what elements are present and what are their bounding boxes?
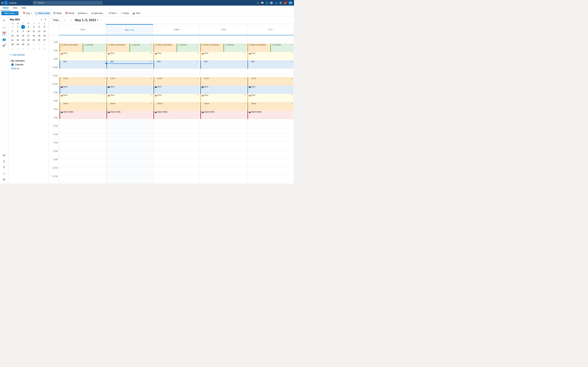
mini-cal-day[interactable]: 7 xyxy=(26,47,30,51)
event-tue-netflix[interactable]: 📺Watch Netflix xyxy=(106,111,152,119)
edge-icon[interactable]: 🌐 xyxy=(266,1,268,4)
skype-icon[interactable]: 💬 xyxy=(261,1,264,4)
filter-button[interactable]: ⧩ Filter ▾ xyxy=(107,11,119,15)
split-view-button[interactable]: ⊟ Split view xyxy=(90,11,104,15)
event-tue-drive2[interactable]: 🚗Drive↻ xyxy=(106,94,152,102)
event-wed-lunch[interactable]: 🍽️Lunch↻ xyxy=(154,77,199,85)
mini-cal-day[interactable]: 5 xyxy=(16,47,20,51)
event-mon-dinner[interactable]: 🍽️Dinner↻ xyxy=(60,102,105,111)
app-grid-icon[interactable]: ⊞ xyxy=(1,1,3,4)
month-button[interactable]: 📆 Month xyxy=(64,11,76,15)
nav-excel-icon[interactable]: X xyxy=(1,159,7,164)
event-thu-dinner[interactable]: 🍽️Dinner↻ xyxy=(200,102,246,111)
mini-cal-day[interactable]: 24 xyxy=(26,38,30,42)
nav-onedrive-icon[interactable]: ☁️ xyxy=(1,171,7,176)
mini-cal-day[interactable]: 6 xyxy=(21,47,25,51)
nav-people-icon[interactable]: 👥 xyxy=(1,36,7,42)
event-mon-mail[interactable]: ✉️Mail↻ xyxy=(60,60,105,69)
mini-cal-day[interactable]: 1 xyxy=(16,25,20,29)
mini-cal-day[interactable]: 26 xyxy=(37,38,41,42)
mini-cal-prev[interactable]: ▲ xyxy=(40,18,43,21)
event-fri-mail[interactable]: ✉️Mail↻ xyxy=(247,60,294,69)
next-week-button[interactable]: › xyxy=(69,18,73,23)
mini-cal-day[interactable]: 16 xyxy=(21,34,25,38)
nav-word-icon[interactable]: W xyxy=(1,153,7,158)
mini-cal-day[interactable]: 8 xyxy=(16,29,20,33)
mini-cal-day[interactable]: 10 xyxy=(26,29,30,33)
day-header-fri[interactable]: 5 Fri xyxy=(247,24,294,35)
today-button[interactable]: Today xyxy=(51,18,61,22)
event-thu-drive2[interactable]: 🚗Drive↻ xyxy=(200,94,246,102)
mini-cal-day[interactable]: 30 xyxy=(10,25,14,29)
event-fri-lunch[interactable]: 🍽️Lunch↻ xyxy=(247,77,294,85)
event-mon-netflix[interactable]: 📺Watch Netflix xyxy=(60,111,105,119)
mini-cal-day[interactable]: 10 xyxy=(43,47,46,51)
event-tue-exercise[interactable]: 🏃Exercise↻ xyxy=(130,43,153,52)
people-icon[interactable]: 👥 xyxy=(275,1,277,4)
mini-cal-day[interactable]: 1 xyxy=(32,42,36,46)
mini-cal-day[interactable]: 29 xyxy=(16,42,20,46)
mini-cal-day[interactable]: 12 xyxy=(37,29,41,33)
day-col-wed[interactable]: 🌅Wake up Breakfast↻🏃Exercise↻🚗Drive↻✉️Ma… xyxy=(153,35,200,184)
nav-calendar-icon[interactable]: 📅 xyxy=(1,31,7,36)
mini-cal-day[interactable]: 2 xyxy=(21,25,25,29)
mini-cal-day[interactable]: 9 xyxy=(37,47,41,51)
notification-icon[interactable]: 🔔 3 xyxy=(284,1,287,4)
tab-home[interactable]: Home xyxy=(1,6,11,10)
share-button[interactable]: ↗ Share xyxy=(120,11,130,15)
tab-view[interactable]: View xyxy=(11,6,19,10)
day-header-thu[interactable]: 4 Thu xyxy=(200,24,247,35)
mini-cal-day[interactable]: 25 xyxy=(32,38,36,42)
mini-cal-day[interactable]: 23 xyxy=(21,38,25,42)
mini-cal-day[interactable]: 18 xyxy=(32,34,36,38)
prev-week-button[interactable]: ‹ xyxy=(62,18,67,23)
date-range-title[interactable]: May 1–5, 2023 ▾ xyxy=(75,18,98,22)
day-col-fri[interactable]: 🌅Wake up Breakfast↻🏃Exercise↻🚗Drive↻✉️Ma… xyxy=(247,35,294,184)
event-thu-mail[interactable]: ✉️Mail↻ xyxy=(200,60,246,69)
event-fri-drive[interactable]: 🚗Drive↻ xyxy=(247,52,294,60)
mini-cal-day[interactable]: 11 xyxy=(32,29,36,33)
show-all-button[interactable]: Show all xyxy=(10,67,47,70)
event-mon-exercise[interactable]: 🏃Exercise↻ xyxy=(83,43,106,52)
event-wed-exercise[interactable]: 🏃Exercise↻ xyxy=(177,43,200,52)
mini-cal-day[interactable]: 20 xyxy=(43,34,46,38)
mini-cal-day[interactable]: 30 xyxy=(21,42,25,46)
event-wed-dinner[interactable]: 🍽️Dinner↻ xyxy=(154,102,199,111)
event-thu-drive[interactable]: 🚗Drive↻ xyxy=(200,52,246,60)
event-mon-lunch[interactable]: 🍽️Lunch↻ xyxy=(60,77,105,85)
mini-cal-day[interactable]: 27 xyxy=(43,38,46,42)
event-wed-drive2[interactable]: 🚗Drive↻ xyxy=(154,94,199,102)
day-header-wed[interactable]: 3 Wed xyxy=(153,24,200,35)
mini-cal-day[interactable]: 3 xyxy=(26,25,30,29)
event-fri-dinner[interactable]: 🍽️Dinner↻ xyxy=(247,102,294,111)
event-tue-lunch[interactable]: 🍽️Lunch↻ xyxy=(106,77,152,85)
hamburger-menu[interactable]: ≡ xyxy=(1,18,7,23)
add-calendar-button[interactable]: + Add calendar xyxy=(9,52,49,58)
week-button[interactable]: 🗓️ Week xyxy=(52,11,63,15)
mini-cal-day[interactable]: 14 xyxy=(10,34,14,38)
meet-now-icon[interactable]: 📹 xyxy=(256,1,259,4)
mini-cal-day[interactable]: 9 xyxy=(21,29,25,33)
mini-cal-title[interactable]: May 2023 xyxy=(10,18,20,21)
event-tue-drive[interactable]: 🚗Drive↻ xyxy=(106,52,152,60)
board-button[interactable]: ⊞ Board ▾ xyxy=(77,11,89,15)
event-fri-netflix[interactable]: 📺Watch Netflix xyxy=(247,111,294,119)
mini-cal-day[interactable]: 4 xyxy=(10,47,14,51)
mini-cal-day[interactable]: 15 xyxy=(16,34,20,38)
event-wed-netflix[interactable]: 📺Watch Netflix xyxy=(154,111,199,119)
event-thu-exercise[interactable]: 🏃Exercise↻ xyxy=(224,43,247,52)
day-header-tue[interactable]: May 2 Tue xyxy=(106,24,153,35)
event-thu-lunch[interactable]: 🍽️Lunch↻ xyxy=(200,77,246,85)
user-avatar[interactable]: MS xyxy=(288,1,293,5)
mini-cal-day[interactable]: 6 xyxy=(43,25,46,29)
event-mon-drive[interactable]: 🚗Drive↻ xyxy=(60,52,105,60)
mini-cal-day[interactable]: 22 xyxy=(16,38,20,42)
mini-cal-day[interactable]: 21 xyxy=(10,38,14,42)
event-thu-netflix[interactable]: 📺Watch Netflix xyxy=(200,111,246,119)
mini-cal-day[interactable]: 19 xyxy=(37,34,41,38)
mini-cal-day[interactable]: 4 xyxy=(32,25,36,29)
mini-cal-day[interactable]: 31 xyxy=(26,42,30,46)
new-event-button[interactable]: + New event ▾ xyxy=(1,11,18,15)
print-button[interactable]: 🖨️ Print xyxy=(131,11,142,15)
event-wed-drive[interactable]: 🚗Drive↻ xyxy=(154,52,199,60)
